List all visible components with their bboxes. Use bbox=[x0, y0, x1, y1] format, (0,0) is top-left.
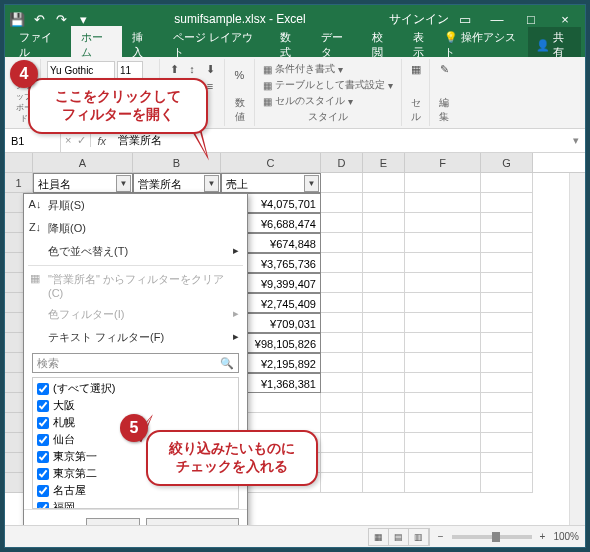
col-header-G[interactable]: G bbox=[481, 153, 533, 172]
col-header-D[interactable]: D bbox=[321, 153, 363, 172]
row-header-1[interactable]: 1 bbox=[5, 173, 33, 193]
undo-icon[interactable]: ↶ bbox=[31, 11, 47, 27]
sort-asc-icon: A↓ bbox=[28, 198, 42, 210]
conditional-format-button[interactable]: ▦ 条件付き書式 ▾ bbox=[261, 61, 395, 77]
col-header-A[interactable]: A bbox=[33, 153, 133, 172]
align-middle-icon[interactable]: ↕ bbox=[184, 61, 200, 77]
filter-check-all[interactable]: (すべて選択) bbox=[35, 380, 236, 397]
fx-icon[interactable]: fx bbox=[91, 135, 112, 147]
filter-dropdown-A[interactable]: ▼ bbox=[116, 175, 131, 192]
filter-dropdown-C[interactable]: ▼ bbox=[304, 175, 319, 192]
zoom-in-button[interactable]: + bbox=[540, 531, 546, 542]
annotation-badge-4: 4 bbox=[10, 60, 38, 88]
filter-dropdown-B[interactable]: ▼ bbox=[204, 175, 219, 192]
zoom-level[interactable]: 100% bbox=[553, 531, 579, 542]
search-icon: 🔍 bbox=[220, 357, 234, 370]
color-filter-item: 色フィルター(I)▸ bbox=[24, 303, 247, 326]
font-name-select[interactable] bbox=[47, 61, 115, 79]
group-number-label: 数値 bbox=[231, 96, 248, 124]
annotation-badge-5: 5 bbox=[120, 414, 148, 442]
page-break-view-icon[interactable]: ▥ bbox=[409, 529, 429, 545]
filter-check-item[interactable]: 福岡 bbox=[35, 499, 236, 509]
group-styles-label: スタイル bbox=[261, 110, 395, 124]
normal-view-icon[interactable]: ▦ bbox=[369, 529, 389, 545]
cell-E1[interactable] bbox=[363, 173, 405, 193]
annotation-callout-1: ここをクリックして フィルターを開く bbox=[28, 78, 208, 134]
vertical-scrollbar[interactable] bbox=[569, 173, 585, 525]
align-bottom-icon[interactable]: ⬇ bbox=[202, 61, 218, 77]
font-size-select[interactable] bbox=[117, 61, 143, 79]
cell-D1[interactable] bbox=[321, 173, 363, 193]
group-cells-label: セル bbox=[408, 96, 423, 124]
cells-icon[interactable]: ▦ bbox=[408, 61, 424, 77]
sort-desc-item[interactable]: Z↓降順(O) bbox=[24, 217, 247, 240]
save-icon[interactable]: 💾 bbox=[9, 11, 25, 27]
qat-customize-icon[interactable]: ▾ bbox=[75, 11, 91, 27]
signin-link[interactable]: サインイン bbox=[389, 11, 449, 28]
cell-B1[interactable]: 営業所名▼ bbox=[133, 173, 221, 193]
window-title: sumifsample.xlsx - Excel bbox=[91, 12, 389, 26]
col-header-E[interactable]: E bbox=[363, 153, 405, 172]
statusbar: ▦ ▤ ▥ − + 100% bbox=[5, 525, 585, 547]
sort-by-color-item[interactable]: 色で並べ替え(T)▸ bbox=[24, 240, 247, 263]
cell-A1[interactable]: 社員名▼ bbox=[33, 173, 133, 193]
group-edit-label: 編集 bbox=[436, 96, 452, 124]
filter-search-input[interactable]: 検索🔍 bbox=[32, 353, 239, 373]
clear-filter-icon: ▦ bbox=[28, 272, 42, 285]
cancel-formula-icon[interactable]: × bbox=[65, 134, 71, 147]
redo-icon[interactable]: ↷ bbox=[53, 11, 69, 27]
align-top-icon[interactable]: ⬆ bbox=[166, 61, 182, 77]
format-as-table-button[interactable]: ▦ テーブルとして書式設定 ▾ bbox=[261, 77, 395, 93]
cell-styles-button[interactable]: ▦ セルのスタイル ▾ bbox=[261, 93, 395, 109]
sort-desc-icon: Z↓ bbox=[28, 221, 42, 233]
clear-filter-item: ▦"営業所名" からフィルターをクリア(C) bbox=[24, 268, 247, 303]
select-all-corner[interactable] bbox=[5, 153, 33, 172]
annotation-callout-2: 絞り込みたいものに チェックを入れる bbox=[146, 430, 318, 486]
formula-expand-icon[interactable]: ▾ bbox=[567, 134, 585, 147]
filter-ok-button[interactable]: OK bbox=[86, 518, 140, 525]
editing-icon[interactable]: ✎ bbox=[436, 61, 452, 77]
page-layout-view-icon[interactable]: ▤ bbox=[389, 529, 409, 545]
cell-G1[interactable] bbox=[481, 173, 533, 193]
col-header-C[interactable]: C bbox=[221, 153, 321, 172]
col-header-F[interactable]: F bbox=[405, 153, 481, 172]
cell-F1[interactable] bbox=[405, 173, 481, 193]
ribbon-options-icon[interactable]: ▭ bbox=[457, 11, 473, 27]
filter-cancel-button[interactable]: キャンセル bbox=[146, 518, 239, 525]
ribbon-tabs: ファイル ホーム 挿入 ページ レイアウト 数式 データ 校閲 表示 💡 操作ア… bbox=[5, 33, 585, 57]
zoom-slider[interactable] bbox=[452, 535, 532, 539]
filter-check-item[interactable]: 大阪 bbox=[35, 397, 236, 414]
number-format-icon[interactable]: % bbox=[232, 67, 248, 83]
text-filter-item[interactable]: テキスト フィルター(F)▸ bbox=[24, 326, 247, 349]
accept-formula-icon[interactable]: ✓ bbox=[77, 134, 86, 147]
sort-asc-item[interactable]: A↓昇順(S) bbox=[24, 194, 247, 217]
cell-C1[interactable]: 売上▼ bbox=[221, 173, 321, 193]
tellme-search[interactable]: 💡 操作アシスト bbox=[444, 30, 522, 60]
zoom-out-button[interactable]: − bbox=[438, 531, 444, 542]
